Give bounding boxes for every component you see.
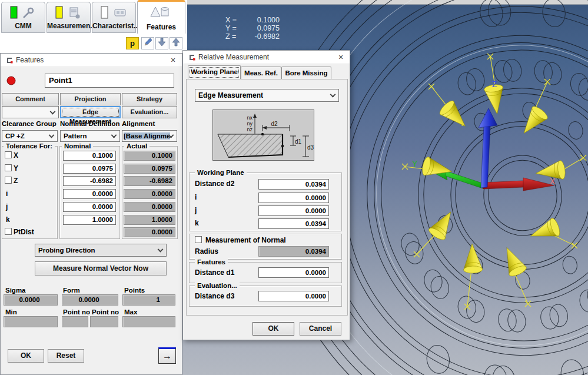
- p-button-label: p: [130, 39, 135, 48]
- tolerance-for-legend: Tolerance For:: [4, 142, 55, 150]
- diagram-nz-label: nz: [247, 127, 253, 132]
- checkbox-x[interactable]: [5, 151, 12, 158]
- z-axis-arrowhead: [479, 108, 497, 128]
- actual-x-field: 0.1000: [124, 151, 175, 161]
- tab-features[interactable]: Features: [137, 0, 185, 34]
- wp-input-j[interactable]: 0.0000: [258, 205, 329, 216]
- comment-combo[interactable]: [2, 106, 59, 118]
- right-arrow-icon: →: [162, 351, 172, 361]
- readout-z-label: Z =: [225, 32, 245, 41]
- tab-measurement-plan-label: Measuremen...: [47, 22, 90, 30]
- nominal-z-input[interactable]: -0.6982: [63, 176, 116, 186]
- comment-button[interactable]: Comment: [2, 93, 59, 105]
- evaluation-button[interactable]: Evaluation...: [122, 106, 177, 118]
- alignment-value: [Base Alignme: [124, 132, 170, 140]
- nominal-legend: Nominal: [62, 142, 93, 150]
- main-toolbar: CMM Measuremen... Characterist...: [0, 0, 187, 53]
- features-group-legend: Features: [195, 258, 228, 266]
- nominal-definition-combo[interactable]: Pattern: [60, 130, 120, 142]
- form-label: Form: [63, 287, 80, 294]
- clearance-group-combo[interactable]: CP +Z: [2, 130, 58, 142]
- nominal-y-input[interactable]: 0.0975: [63, 164, 116, 174]
- p-button[interactable]: p: [126, 37, 139, 49]
- alignment-combo[interactable]: [Base Alignme: [122, 130, 177, 142]
- distance-d1-input[interactable]: 0.0000: [258, 267, 329, 278]
- chevron-down-icon: [49, 132, 55, 138]
- checkbox-ptdist[interactable]: [5, 228, 12, 235]
- tab-cmm[interactable]: CMM: [1, 2, 45, 33]
- readout-y-value: 0.0975: [245, 24, 280, 32]
- probing-direction-combo[interactable]: Probing Direction: [35, 244, 167, 257]
- distance-d1-label: Distance d1: [195, 268, 234, 277]
- nominal-i-input[interactable]: 0.0000: [63, 189, 116, 199]
- radius-field: 0.0394: [258, 246, 329, 257]
- tab-working-plane[interactable]: Working Plane: [188, 65, 241, 79]
- readout-x-value: 0.1000: [245, 16, 280, 24]
- clearance-group-value: CP +Z: [5, 132, 25, 140]
- chevron-down-icon: [158, 247, 164, 253]
- tab-bore-missing[interactable]: Bore Missing: [281, 67, 331, 79]
- actual-z-field: -0.6982: [124, 176, 175, 186]
- diagram-d2-label: d2: [271, 121, 278, 127]
- diagram-ny-label: ny: [247, 121, 253, 127]
- tab-meas-ref[interactable]: Meas. Ref.: [241, 67, 281, 79]
- features-dialog-title: Features: [16, 56, 44, 64]
- radius-label: Radius: [195, 247, 218, 255]
- tab-characteristics[interactable]: Characterist...: [92, 2, 136, 33]
- close-icon[interactable]: ×: [332, 51, 350, 64]
- tab-features-label: Features: [138, 23, 185, 31]
- coordinate-readout: X =0.1000 Y =0.0975 Z =-0.6982: [225, 16, 280, 41]
- rm-dialog-titlebar[interactable]: Relative Measurement ×: [183, 51, 350, 64]
- wp-input-i[interactable]: 0.0000: [258, 193, 329, 203]
- min-field: [4, 316, 58, 327]
- next-arrow-button[interactable]: →: [158, 347, 176, 364]
- features-dialog-titlebar[interactable]: Features ×: [1, 54, 182, 67]
- wp-row-label: i: [195, 193, 197, 201]
- close-icon[interactable]: ×: [164, 54, 182, 67]
- probe-cone: [527, 217, 562, 245]
- features-dialog: Features × Point1 Comment Projection Str…: [0, 53, 182, 375]
- move-up-button[interactable]: [170, 37, 182, 49]
- axis-label-x: X: [550, 177, 556, 186]
- edge-diagram-graphic: nx ny nz d2 d1 d3: [213, 110, 314, 160]
- alignment-label: Alignment: [122, 120, 155, 127]
- app-icon: [188, 54, 196, 61]
- chevron-down-icon: [50, 108, 56, 114]
- rm-ok-button[interactable]: OK: [253, 322, 294, 336]
- working-plane-legend: Working Plane: [195, 169, 247, 176]
- edit-pencil-button[interactable]: [141, 37, 154, 49]
- max-label: Max: [124, 308, 137, 316]
- app-icon: [5, 57, 14, 64]
- wp-row-label: j: [195, 206, 197, 214]
- nominal-k-input[interactable]: 1.0000: [63, 215, 116, 225]
- probe-point-cones: [421, 84, 566, 278]
- move-down-button[interactable]: [155, 37, 168, 49]
- measurement-type-combo[interactable]: Edge Measurement: [195, 89, 339, 102]
- nominal-j-input[interactable]: 0.0000: [63, 202, 116, 212]
- strategy-button[interactable]: Strategy: [122, 93, 177, 105]
- wp-input-d2[interactable]: 0.0394: [258, 179, 329, 190]
- probe-cone: [499, 244, 528, 278]
- checkbox-z[interactable]: [5, 177, 12, 184]
- points-label: Points: [124, 287, 145, 294]
- edge-measurement-button[interactable]: Edge Measurement: [60, 106, 121, 118]
- measurement-of-normal-label: Measurement of Normal: [205, 236, 286, 244]
- wp-input-k[interactable]: 0.0394: [258, 218, 329, 229]
- nominal-x-input[interactable]: 0.1000: [63, 151, 116, 161]
- readout-x-label: X =: [225, 16, 245, 24]
- ok-button[interactable]: OK: [8, 349, 44, 363]
- feature-name-input[interactable]: Point1: [45, 74, 174, 88]
- measurement-of-normal-checkbox[interactable]: [195, 236, 202, 243]
- tab-measurement-plan[interactable]: Measuremen...: [46, 2, 91, 33]
- checkbox-y[interactable]: [5, 164, 12, 171]
- tolerance-row-label: i: [6, 190, 8, 198]
- tab-characteristics-label: Characterist...: [92, 22, 135, 30]
- tab-cmm-label: CMM: [2, 22, 45, 30]
- distance-d3-input[interactable]: 0.0000: [258, 291, 329, 301]
- rm-cancel-button[interactable]: Cancel: [300, 322, 341, 336]
- readout-z-value: -0.6982: [245, 32, 280, 41]
- app-window: ZYX X =0.1000 Y =0.0975 Z =-0.6982 CMM M…: [0, 0, 588, 375]
- measure-normal-vector-button[interactable]: Measure Normal Vector Now: [35, 261, 167, 276]
- projection-button[interactable]: Projection: [60, 93, 121, 105]
- reset-button[interactable]: Reset: [48, 349, 84, 363]
